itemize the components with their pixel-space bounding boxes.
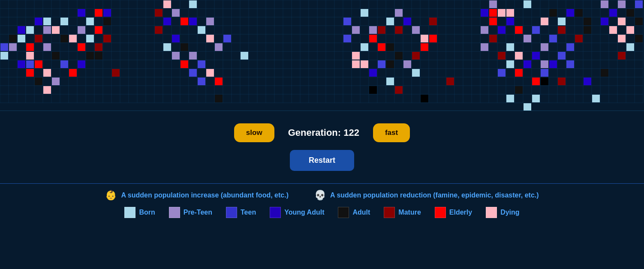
born-color-swatch [124, 207, 135, 218]
teen-label: Teen [241, 209, 256, 216]
age-item-born: Born [124, 207, 155, 218]
preteen-color-swatch [169, 207, 180, 218]
born-label: Born [139, 209, 155, 216]
youngadult-color-swatch [270, 207, 281, 218]
age-legend: BornPre-TeenTeenYoung AdultAdultMatureEl… [13, 207, 631, 218]
adult-label: Adult [352, 209, 370, 216]
adult-color-swatch [338, 207, 349, 218]
slow-button[interactable]: slow [234, 123, 274, 142]
youngadult-label: Young Adult [284, 209, 324, 216]
event-reduction: 💀 A sudden population reduction (famine,… [314, 190, 539, 201]
baby-icon: 👶 [105, 190, 117, 201]
mature-color-swatch [384, 207, 395, 218]
age-item-preteen: Pre-Teen [169, 207, 212, 218]
skull-icon: 💀 [314, 190, 326, 201]
restart-button[interactable]: Restart [290, 150, 354, 171]
age-item-teen: Teen [226, 207, 256, 218]
age-item-adult: Adult [338, 207, 370, 218]
legend-area: 👶 A sudden population increase (abundant… [0, 183, 644, 222]
fast-button[interactable]: fast [373, 123, 410, 142]
controls-panel: slow Generation: 122 fast Restart [0, 111, 644, 183]
elderly-label: Elderly [449, 209, 472, 216]
dying-color-swatch [486, 207, 497, 218]
age-item-dying: Dying [486, 207, 519, 218]
preteen-label: Pre-Teen [184, 209, 212, 216]
dying-label: Dying [500, 209, 519, 216]
teen-color-swatch [226, 207, 237, 218]
age-item-elderly: Elderly [435, 207, 472, 218]
game-grid [0, 0, 644, 111]
elderly-color-swatch [435, 207, 446, 218]
event-reduction-label: A sudden population reduction (famine, e… [330, 191, 539, 199]
grid-canvas [0, 0, 644, 111]
event-increase: 👶 A sudden population increase (abundant… [105, 190, 289, 201]
age-item-mature: Mature [384, 207, 421, 218]
event-increase-label: A sudden population increase (abundant f… [121, 191, 289, 199]
generation-display: Generation: 122 [288, 127, 359, 138]
age-item-youngadult: Young Adult [270, 207, 324, 218]
mature-label: Mature [398, 209, 421, 216]
